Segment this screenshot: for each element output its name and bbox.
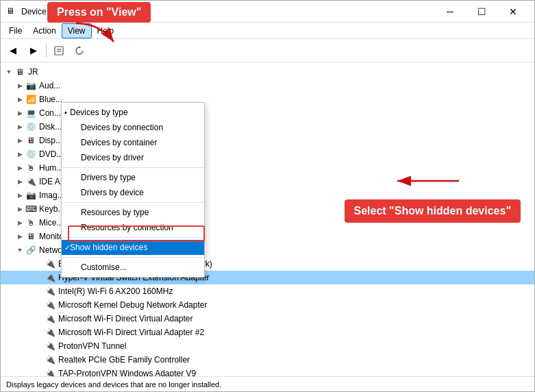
forward-button[interactable]: ▶	[24, 41, 43, 60]
icon-protonvpn: 🔌	[45, 341, 55, 352]
label-realtek: Realtek PCIe GbE Family Controller	[58, 355, 190, 365]
icon-bt-device: 🔌	[45, 258, 55, 269]
check-devices-by-type: •	[64, 108, 67, 117]
toolbar-separator	[46, 44, 47, 58]
status-bar: Displays legacy devices and devices that…	[1, 376, 534, 391]
tree-item-jr[interactable]: ▼ 🖥 JR	[1, 65, 534, 79]
icon-ms-wifi-direct2: 🔌	[45, 327, 55, 338]
icon-computer: 💻	[25, 108, 36, 119]
icon-realtek: 🔌	[45, 354, 55, 365]
arrow-to-hidden	[384, 171, 466, 191]
label-intel-wifi: Intel(R) Wi-Fi 6 AX200 160MHz	[58, 286, 173, 296]
label-disk: Disk...	[39, 122, 62, 132]
icon-jr: 🖥	[14, 66, 25, 77]
icon-human: 🖱	[25, 162, 36, 173]
menu-devices-by-driver[interactable]: Devices by driver	[62, 150, 204, 165]
view-dropdown-menu: • Devices by type Devices by connection …	[61, 102, 205, 278]
menu-sep-1	[62, 167, 204, 168]
icon-tap-proton: 🔌	[45, 368, 55, 376]
expander-computer: ▶	[14, 108, 25, 119]
label-ms-wifi-direct2: Microsoft Wi-Fi Direct Virtual Adapter #…	[58, 328, 204, 337]
tree-item-ms-kernel[interactable]: ▶ 🔌 Microsoft Kernel Debug Network Adapt…	[1, 298, 534, 312]
arrow-to-view	[73, 20, 127, 47]
label-protonvpn: ProtonVPN Tunnel	[58, 341, 126, 351]
tree-item-ms-wifi-direct2[interactable]: ▶ 🔌 Microsoft Wi-Fi Direct Virtual Adapt…	[1, 326, 534, 339]
menu-file[interactable]: File	[3, 23, 27, 38]
expander-display: ▶	[14, 135, 25, 146]
app-icon: 🖥	[6, 6, 17, 17]
menu-sep-2	[62, 202, 204, 203]
expander-network: ▼	[14, 245, 25, 256]
icon-ms-kernel: 🔌	[45, 299, 55, 310]
label-display: Disp...	[39, 136, 62, 145]
tree-item-audio[interactable]: ▶ 📷 Aud...	[1, 79, 534, 93]
icon-imaging: 📷	[25, 190, 36, 201]
expander-monitors: ▶	[14, 231, 25, 242]
expander-imaging: ▶	[14, 190, 25, 201]
expander-human: ▶	[14, 162, 25, 173]
tree-item-ms-wifi-direct[interactable]: ▶ 🔌 Microsoft Wi-Fi Direct Virtual Adapt…	[1, 312, 534, 326]
callout-show-hidden: Select "Show hidden devices"	[345, 199, 521, 223]
label-jr: JR	[28, 67, 38, 77]
minimize-button[interactable]: ─	[434, 1, 466, 23]
tree-item-protonvpn[interactable]: ▶ 🔌 ProtonVPN Tunnel	[1, 339, 534, 353]
label-computer: Con...	[39, 108, 61, 118]
icon-display: 🖥	[25, 135, 36, 146]
expander-jr: ▼	[3, 66, 14, 77]
menu-action[interactable]: Action	[27, 23, 61, 38]
status-text: Displays legacy devices and devices that…	[6, 380, 221, 389]
icon-intel-wifi: 🔌	[45, 286, 55, 297]
icon-network: 🔗	[25, 245, 36, 256]
icon-ms-wifi-direct: 🔌	[45, 313, 55, 324]
properties-button[interactable]	[49, 41, 69, 60]
expander-disk: ▶	[14, 121, 25, 132]
icon-ide: 🔌	[25, 176, 36, 187]
menu-show-hidden[interactable]: ✓ Show hidden devices	[62, 240, 204, 255]
expander-audio: ▶	[14, 80, 25, 91]
maximize-button[interactable]: ☐	[466, 1, 497, 23]
icon-bluetooth: 📶	[25, 94, 36, 105]
icon-mice: 🖱	[25, 217, 36, 228]
tree-item-intel-wifi[interactable]: ▶ 🔌 Intel(R) Wi-Fi 6 AX200 160MHz	[1, 284, 534, 298]
label-ms-kernel: Microsoft Kernel Debug Network Adapter	[58, 300, 207, 310]
icon-audio: 📷	[25, 80, 36, 91]
menu-customise[interactable]: Customise...	[62, 260, 204, 275]
close-button[interactable]: ✕	[497, 1, 529, 23]
menu-sep-4	[62, 257, 204, 258]
menu-sep-3	[62, 237, 204, 238]
label-audio: Aud...	[39, 81, 60, 90]
menu-drivers-by-device[interactable]: Drivers by device	[62, 185, 204, 200]
expander-ide: ▶	[14, 176, 25, 187]
svg-rect-0	[55, 47, 63, 55]
label-ms-wifi-direct: Microsoft Wi-Fi Direct Virtual Adapter	[58, 314, 193, 323]
window-controls: ─ ☐ ✕	[434, 1, 529, 23]
tree-item-realtek[interactable]: ▶ 🔌 Realtek PCIe GbE Family Controller	[1, 353, 534, 367]
expander-bluetooth: ▶	[14, 94, 25, 105]
expander-mice: ▶	[14, 217, 25, 228]
check-show-hidden: ✓	[64, 243, 71, 252]
expander-dvd: ▶	[14, 149, 25, 160]
label-human: Hum...	[39, 163, 63, 173]
icon-hyperv: 🔌	[45, 272, 55, 283]
expander-keyboard: ▶	[14, 204, 25, 215]
label-tap-proton: TAP-ProtonVPN Windows Adapter V9	[58, 369, 196, 376]
label-mice: Mice...	[39, 218, 63, 228]
icon-monitors: 🖥	[25, 231, 36, 242]
icon-dvd: 💿	[25, 149, 36, 160]
menu-devices-by-type[interactable]: • Devices by type	[62, 105, 204, 120]
label-dvd: DVD...	[39, 149, 63, 159]
menu-devices-by-connection[interactable]: Devices by connection	[62, 120, 204, 135]
label-bluetooth: Blue...	[39, 95, 62, 104]
icon-disk: 💿	[25, 121, 36, 132]
tree-item-tap-proton[interactable]: ▶ 🔌 TAP-ProtonVPN Windows Adapter V9	[1, 367, 534, 376]
menu-devices-by-container[interactable]: Devices by container	[62, 135, 204, 150]
menu-resources-by-type[interactable]: Resources by type	[62, 205, 204, 220]
icon-keyboard: ⌨	[25, 204, 36, 215]
back-button[interactable]: ◀	[3, 41, 23, 60]
menu-resources-by-connection[interactable]: Resources by connection	[62, 220, 204, 235]
device-manager-window: 🖥 Device Manager ─ ☐ ✕ File Action View …	[0, 0, 535, 392]
menu-drivers-by-type[interactable]: Drivers by type	[62, 170, 204, 185]
